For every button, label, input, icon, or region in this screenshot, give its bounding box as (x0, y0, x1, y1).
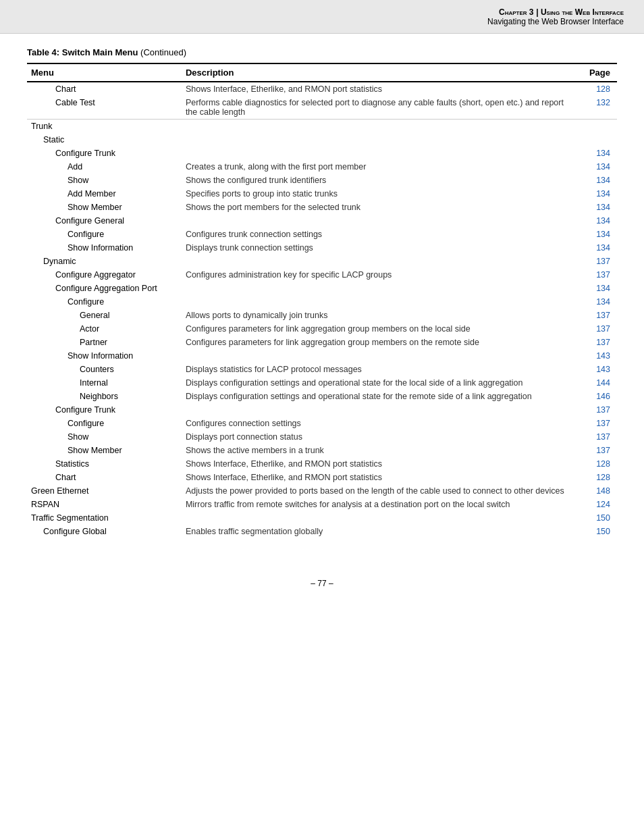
table-cell-description (182, 255, 575, 268)
table-title-continued: (Continued) (140, 47, 186, 57)
table-cell-description (182, 349, 575, 363)
table-cell-page: 137 (575, 417, 617, 430)
chapter-separator: | (536, 7, 541, 17)
page-link[interactable]: 137 (596, 432, 610, 442)
table-cell-description (182, 282, 575, 295)
table-cell-description: Configures parameters for link aggregati… (182, 322, 575, 336)
page-link[interactable]: 134 (596, 230, 610, 239)
table-row: InternalDisplays configuration settings … (27, 376, 617, 390)
table-cell-page: 134 (575, 214, 617, 228)
page-link[interactable]: 128 (596, 459, 610, 469)
table-cell-menu: Internal (27, 376, 182, 390)
page-link[interactable]: 150 (596, 513, 610, 523)
table-cell-page: 128 (575, 82, 617, 96)
page-link[interactable]: 143 (596, 351, 610, 361)
table-cell-description: Shows Interface, Etherlike, and RMON por… (182, 471, 575, 484)
table-cell-description (182, 403, 575, 417)
table-cell-menu: Configure Trunk (27, 403, 182, 417)
table-cell-page: 124 (575, 498, 617, 511)
table-row: Traffic Segmentation150 (27, 511, 617, 525)
page-link[interactable]: 143 (596, 365, 610, 374)
table-cell-page (575, 120, 617, 134)
page-link[interactable]: 134 (596, 284, 610, 293)
page-link[interactable]: 137 (596, 257, 610, 266)
table-row: ConfigureConfigures connection settings1… (27, 417, 617, 430)
table-row: Show Information143 (27, 349, 617, 363)
table-row: Show InformationDisplays trunk connectio… (27, 241, 617, 255)
page-link[interactable]: 146 (596, 392, 610, 401)
page-link[interactable]: 137 (596, 311, 610, 320)
table-row: Configure Trunk137 (27, 403, 617, 417)
table-cell-description: Shows the port members for the selected … (182, 201, 575, 214)
page-link[interactable]: 137 (596, 270, 610, 280)
table-cell-page: 150 (575, 511, 617, 525)
table-cell-description: Shows Interface, Etherlike, and RMON por… (182, 457, 575, 471)
table-row: Configure Aggregation Port134 (27, 282, 617, 295)
page-link[interactable]: 134 (596, 297, 610, 307)
table-cell-menu: Chart (27, 471, 182, 484)
table-row: Dynamic137 (27, 255, 617, 268)
table-cell-menu: Show Information (27, 241, 182, 255)
chapter-label: Chapter 3 | Using the Web Interface (20, 7, 624, 17)
table-row: ShowDisplays port connection status137 (27, 430, 617, 444)
page-link[interactable]: 128 (596, 84, 610, 94)
table-cell-menu: Configure (27, 417, 182, 430)
table-cell-page: 134 (575, 147, 617, 160)
table-cell-page: 132 (575, 96, 617, 120)
page-link[interactable]: 132 (596, 98, 610, 107)
page-link[interactable]: 134 (596, 243, 610, 253)
page-link[interactable]: 134 (596, 149, 610, 158)
table-row: Configure Trunk134 (27, 147, 617, 160)
table-cell-page: 148 (575, 484, 617, 498)
table-cell-description (182, 120, 575, 134)
page-link[interactable]: 134 (596, 176, 610, 185)
page: Chapter 3 | Using the Web Interface Navi… (0, 0, 644, 834)
table-cell-page: 137 (575, 268, 617, 282)
table-cell-menu: Show (27, 174, 182, 187)
page-link[interactable]: 137 (596, 324, 610, 334)
page-link[interactable]: 137 (596, 338, 610, 347)
table-cell-description: Specifies ports to group into static tru… (182, 187, 575, 201)
table-cell-menu: Neighbors (27, 390, 182, 403)
table-cell-description (182, 147, 575, 160)
page-link[interactable]: 124 (596, 500, 610, 509)
page-link[interactable]: 144 (596, 378, 610, 388)
table-cell-page: 137 (575, 309, 617, 322)
col-description: Description (182, 63, 575, 82)
table-cell-menu: Add Member (27, 187, 182, 201)
table-row: ConfigureConfigures trunk connection set… (27, 228, 617, 241)
page-header: Chapter 3 | Using the Web Interface Navi… (0, 0, 644, 34)
table-cell-page: 144 (575, 376, 617, 390)
table-cell-menu: Configure Aggregator (27, 268, 182, 282)
table-cell-menu: Dynamic (27, 255, 182, 268)
page-link[interactable]: 134 (596, 216, 610, 226)
main-content: Table 4: Switch Main Menu (Continued) Me… (0, 34, 644, 565)
table-cell-menu: Configure Aggregation Port (27, 282, 182, 295)
table-row: Static (27, 133, 617, 147)
table-cell-description (182, 511, 575, 525)
table-cell-menu: Configure Trunk (27, 147, 182, 160)
table-row: NeighborsDisplays configuration settings… (27, 390, 617, 403)
page-link[interactable]: 137 (596, 419, 610, 428)
page-link[interactable]: 134 (596, 189, 610, 199)
table-cell-menu: Show (27, 430, 182, 444)
table-cell-menu: Statistics (27, 457, 182, 471)
page-link[interactable]: 128 (596, 473, 610, 482)
table-cell-page: 137 (575, 430, 617, 444)
table-cell-page (575, 133, 617, 147)
page-link[interactable]: 134 (596, 162, 610, 172)
page-link[interactable]: 150 (596, 527, 610, 536)
page-link[interactable]: 148 (596, 486, 610, 496)
table-row: RSPANMirrors traffic from remote switche… (27, 498, 617, 511)
table-cell-page: 128 (575, 457, 617, 471)
page-number: – 77 – (311, 579, 333, 588)
table-row: GeneralAllows ports to dynamically join … (27, 309, 617, 322)
table-cell-menu: Trunk (27, 120, 182, 134)
page-link[interactable]: 137 (596, 446, 610, 455)
page-link[interactable]: 137 (596, 405, 610, 415)
page-link[interactable]: 134 (596, 203, 610, 212)
table-cell-page: 137 (575, 403, 617, 417)
table-cell-menu: Show Member (27, 201, 182, 214)
table-cell-description: Mirrors traffic from remote switches for… (182, 498, 575, 511)
table-cell-description: Shows the active members in a trunk (182, 444, 575, 457)
